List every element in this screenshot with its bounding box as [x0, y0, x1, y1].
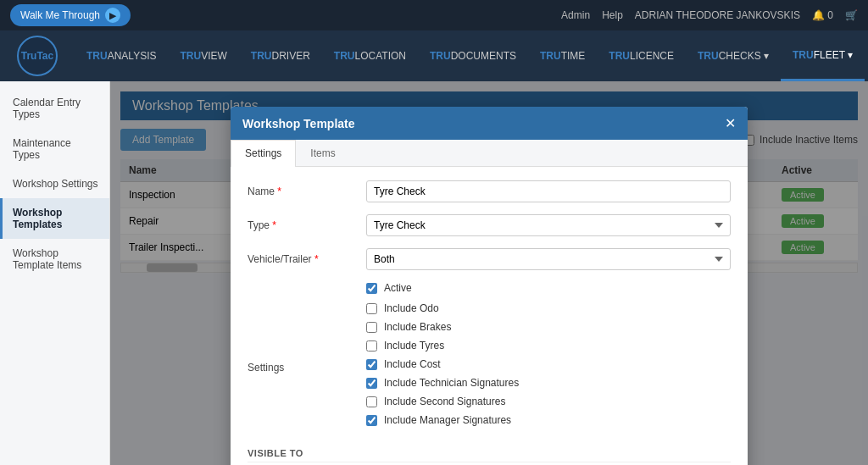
include-second-sig-label: Include Second Signatures	[384, 396, 505, 407]
logo-circle: TruTac	[17, 36, 58, 76]
main-content: Workshop Templates Add Template Include …	[110, 81, 868, 465]
type-label: Type *	[248, 219, 366, 231]
include-tyres-checkbox[interactable]	[366, 340, 377, 352]
modal-body: Name * Type * Tyre Check Inspection Repa…	[231, 167, 748, 465]
include-odo-checkbox[interactable]	[366, 303, 377, 314]
form-row-vehicle-trailer: Vehicle/Trailer * Both Vehicle Trailer	[248, 248, 731, 270]
visible-to-label: VISIBLE TO	[248, 445, 731, 462]
nav-links[interactable]: TRULINKS	[865, 30, 868, 81]
sidebar: Calendar Entry Types Maintenance Types W…	[0, 81, 110, 465]
modal-header: Workshop Template ✕	[231, 107, 748, 140]
form-row-include-odo: Include Odo	[366, 302, 731, 314]
form-row-name: Name *	[248, 180, 731, 202]
nav-analysis[interactable]: TRUANALYSIS	[75, 30, 168, 81]
nav-items: TRUANALYSIS TRUVIEW TRUDRIVER TRULOCATIO…	[75, 30, 868, 81]
active-checkbox[interactable]	[366, 283, 377, 294]
include-manager-sig-checkbox[interactable]	[366, 415, 377, 426]
modal-close-button[interactable]: ✕	[725, 115, 736, 131]
nav-location[interactable]: TRULOCATION	[322, 30, 418, 81]
form-row-include-tyres: Include Tyres	[366, 340, 731, 352]
top-bar: Walk Me Through ▶ Admin Help ADRIAN THEO…	[0, 0, 868, 30]
sidebar-item-calendar-entry[interactable]: Calendar Entry Types	[0, 88, 109, 129]
active-label: Active	[384, 282, 412, 294]
notification-bell[interactable]: 🔔 0	[812, 9, 833, 21]
cart-icon[interactable]: 🛒	[845, 9, 858, 21]
content-area: Calendar Entry Types Maintenance Types W…	[0, 81, 868, 465]
vehicle-trailer-select[interactable]: Both Vehicle Trailer	[366, 248, 731, 270]
nav-licence[interactable]: TRULICENCE	[597, 30, 686, 81]
include-manager-sig-label: Include Manager Signatures	[384, 414, 511, 426]
main-nav: TruTac TRUANALYSIS TRUVIEW TRUDRIVER TRU…	[0, 30, 868, 81]
form-row-include-manager-sig: Include Manager Signatures	[366, 414, 731, 426]
form-row-include-cost: Include Cost	[366, 358, 731, 370]
include-cost-checkbox[interactable]	[366, 359, 377, 370]
include-tyres-label: Include Tyres	[384, 340, 444, 352]
form-row-active: Active	[248, 282, 731, 294]
include-brakes-label: Include Brakes	[384, 321, 451, 333]
type-select[interactable]: Tyre Check Inspection Repair	[366, 214, 731, 236]
sidebar-item-workshop-settings[interactable]: Workshop Settings	[0, 169, 109, 198]
name-label: Name *	[248, 185, 366, 197]
modal-overlay: Workshop Template ✕ Settings Items Name …	[110, 81, 868, 465]
include-brakes-checkbox[interactable]	[366, 322, 377, 333]
settings-section-row: Settings Include Odo Include Brakes	[248, 302, 731, 433]
form-row-include-brakes: Include Brakes	[366, 321, 731, 333]
nav-checks[interactable]: TRUCHECKS ▾	[686, 30, 781, 81]
sidebar-item-maintenance[interactable]: Maintenance Types	[0, 129, 109, 169]
admin-menu[interactable]: Admin	[561, 9, 590, 21]
walk-me-button[interactable]: Walk Me Through ▶	[10, 4, 131, 26]
settings-section-label: Settings	[248, 362, 366, 374]
nav-time[interactable]: TRUTIME	[528, 30, 597, 81]
nav-view[interactable]: TRUVIEW	[168, 30, 238, 81]
include-second-sig-checkbox[interactable]	[366, 396, 377, 407]
include-tech-sig-checkbox[interactable]	[366, 378, 377, 389]
tab-items[interactable]: Items	[296, 140, 349, 166]
form-row-include-tech-sig: Include Technician Signatures	[366, 377, 731, 389]
form-row-type: Type * Tyre Check Inspection Repair	[248, 214, 731, 236]
help-link[interactable]: Help	[602, 9, 623, 21]
sidebar-item-workshop-templates[interactable]: Workshop Templates	[0, 198, 109, 239]
include-cost-label: Include Cost	[384, 358, 441, 370]
include-odo-label: Include Odo	[384, 302, 439, 314]
tab-settings[interactable]: Settings	[231, 140, 296, 167]
nav-driver[interactable]: TRUDRIVER	[239, 30, 322, 81]
form-row-include-second-sig: Include Second Signatures	[366, 396, 731, 407]
modal-tabs: Settings Items	[231, 140, 748, 167]
walk-me-label: Walk Me Through	[20, 9, 100, 21]
nav-documents[interactable]: TRUDOCUMENTS	[418, 30, 528, 81]
nav-fleet[interactable]: TRUFLEET ▾	[781, 30, 865, 81]
modal-workshop-template: Workshop Template ✕ Settings Items Name …	[231, 107, 748, 465]
logo[interactable]: TruTac	[17, 35, 58, 77]
sidebar-item-workshop-template-items[interactable]: Workshop Template Items	[0, 239, 109, 280]
modal-title: Workshop Template	[242, 117, 355, 130]
name-input[interactable]	[366, 180, 731, 202]
walk-me-icon: ▶	[105, 8, 120, 23]
user-name[interactable]: ADRIAN THEODORE JANKOVSKIS	[635, 9, 800, 21]
include-tech-sig-label: Include Technician Signatures	[384, 377, 519, 389]
vehicle-trailer-label: Vehicle/Trailer *	[248, 253, 366, 265]
visible-to-section: VISIBLE TO Divisions Select All	[248, 445, 731, 465]
